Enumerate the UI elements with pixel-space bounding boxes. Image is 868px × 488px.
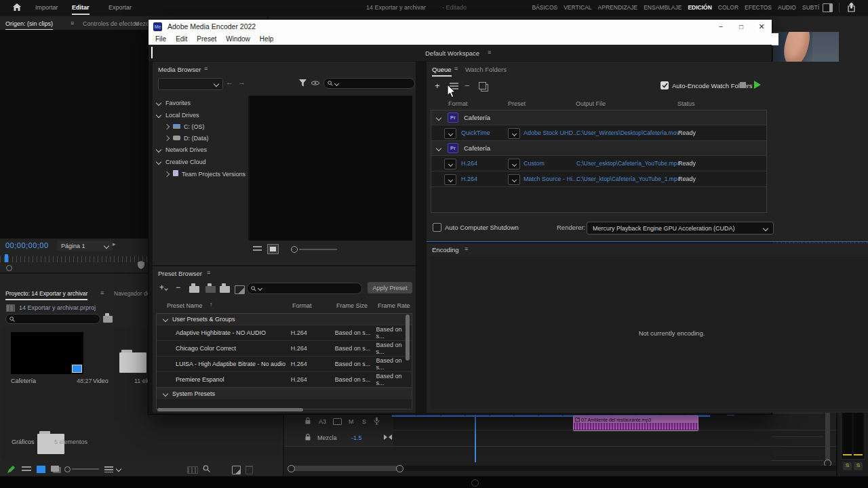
track-solo-button[interactable]: S (362, 418, 366, 425)
apply-preset-button[interactable]: Apply Preset (368, 282, 412, 293)
source-playhead[interactable] (5, 254, 8, 262)
job-output-row[interactable]: H.264 Match Source - Hi... C:\User_ktop\… (431, 171, 766, 187)
tree-item-d-drive[interactable]: D: (Data) (165, 135, 209, 142)
hscroll-handle-right[interactable] (396, 465, 403, 472)
eye-icon[interactable] (311, 80, 319, 86)
workspace-subtitulos[interactable]: SUBTÍ (802, 4, 819, 11)
keyframe-nav-icon[interactable] (384, 434, 392, 440)
media-browser-path-select[interactable] (158, 78, 223, 90)
job-output-row[interactable]: QuickTime Adobe Stock UHD... C:\User_Win… (431, 125, 766, 141)
project-thumbnail-cafeteria[interactable] (11, 332, 83, 374)
source-timecode[interactable]: 00;00;00;00 (5, 241, 49, 249)
queue-col-status[interactable]: Status (677, 100, 695, 107)
format-dropdown[interactable] (444, 159, 456, 169)
preset-browser-title[interactable]: Preset Browser (158, 270, 202, 277)
thumbnail-view-icon[interactable] (37, 466, 45, 473)
workspace-color[interactable]: COLOR (718, 4, 738, 11)
menu-preset[interactable]: Preset (197, 35, 216, 43)
project-search-input[interactable] (5, 314, 100, 324)
mb-zoom-slider-handle[interactable] (291, 246, 298, 253)
mb-zoom-slider-track[interactable] (299, 249, 337, 250)
preset-row[interactable]: Chicago Color Correct H.264 Based on s..… (157, 341, 412, 357)
preset-list-hscrollbar[interactable] (157, 408, 303, 411)
close-button[interactable]: ✕ (751, 22, 772, 31)
folder-video-icon[interactable] (119, 352, 146, 373)
item-video-label[interactable]: Video (93, 378, 108, 384)
new-item-icon[interactable] (232, 466, 241, 474)
mezcla-gain-value[interactable]: -1.5 (351, 434, 362, 441)
preset-row[interactable]: Premiere Espanol H.264 Based on s... Bas… (157, 372, 412, 388)
tab-controles-efectos[interactable]: Controles de efectos (83, 20, 139, 27)
tree-item-c-drive[interactable]: C: (OS) (165, 123, 205, 130)
tab-origen-menu-icon[interactable]: ≡ (71, 20, 74, 26)
queue-col-format[interactable]: Format (448, 100, 468, 107)
output-file-path[interactable]: C:\User_ktop\Cafetería_YouTube_1.mp4 (576, 176, 680, 182)
tab-proyecto[interactable]: Proyecto: 14 Exportar y archivar (5, 290, 87, 300)
menu-file[interactable]: File (155, 35, 166, 43)
menu-edit[interactable]: Edit (176, 35, 187, 43)
tab-queue[interactable]: Queue (432, 66, 452, 77)
maximize-button[interactable]: □ (731, 23, 751, 30)
preset-row[interactable]: Adaptive Highbitrate - NO AUDIO H.264 Ba… (157, 325, 412, 341)
preset-list-vscrollbar[interactable] (406, 314, 410, 361)
preset-group-row[interactable]: System Presets (157, 388, 412, 399)
playhead[interactable] (475, 409, 476, 462)
tab-proyecto-menu-icon[interactable]: ≡ (100, 289, 104, 296)
project-file-name[interactable]: 14 Exportar y archivar.prproj (19, 304, 96, 311)
workspace-basicos[interactable]: BÁSICOS (532, 4, 557, 11)
menu-help[interactable]: Help (260, 35, 274, 43)
workspace-audio[interactable]: AUDIO (778, 4, 796, 11)
start-queue-button[interactable] (754, 81, 761, 89)
workspace-panel-icon[interactable] (823, 3, 833, 12)
track-a3-lock-icon[interactable] (305, 418, 311, 424)
media-browser-menu-icon[interactable]: ≡ (204, 65, 208, 72)
track-source-patch-icon[interactable] (333, 418, 342, 425)
list-view-icon[interactable] (22, 466, 31, 472)
tree-item-creative-cloud[interactable]: Creative Cloud (157, 159, 206, 165)
share-icon[interactable] (847, 3, 856, 12)
menu-exportar[interactable]: Exportar (108, 4, 132, 11)
filter-icon[interactable] (299, 79, 307, 87)
back-arrow-icon[interactable]: ← (226, 78, 233, 86)
workspace-menu-icon[interactable]: ≡ (488, 49, 491, 56)
tree-item-team-projects[interactable]: Team Projects Versions (165, 170, 245, 178)
tab-queue-menu-icon[interactable]: ≡ (454, 65, 458, 72)
zoom-slider-track[interactable] (72, 468, 99, 470)
add-preset-button[interactable]: + (159, 283, 167, 292)
menu-importar[interactable]: Importar (35, 4, 58, 11)
new-bin-icon[interactable] (103, 316, 113, 323)
tab-watch-folders[interactable]: Watch Folders (465, 66, 507, 73)
audio-clip-mp3[interactable]: fx 07 Ambiente del restaurante.mp3 (573, 415, 698, 431)
renderer-select[interactable]: Mercury Playback Engine GPU Acceleration… (587, 222, 774, 235)
col-frame-rate[interactable]: Frame Rate (378, 302, 410, 309)
grouped-clips-icon[interactable] (51, 466, 59, 472)
encoding-menu-icon[interactable]: ≡ (465, 245, 468, 252)
encoding-title[interactable]: Encoding (432, 246, 459, 253)
source-zoom-handle-icon[interactable] (6, 265, 12, 271)
col-frame-size[interactable]: Frame Size (336, 302, 368, 309)
home-icon[interactable] (12, 3, 22, 12)
forward-arrow-icon[interactable]: → (238, 78, 245, 86)
remove-button[interactable]: − (465, 81, 470, 91)
job-output-row[interactable]: H.264 Custom C:\User_esktop\Cafetería_Yo… (431, 156, 766, 171)
workspace-efectos[interactable]: EFECTOS (745, 4, 772, 11)
source-step-icon[interactable]: ▸ (113, 241, 116, 247)
workspace-aprendizaje[interactable]: APRENDIZAJE (598, 4, 638, 11)
item-cafeteria-label[interactable]: Cafetería (11, 378, 36, 384)
tree-item-local-drives[interactable]: Local Drives (157, 112, 199, 119)
preset-dropdown[interactable] (508, 174, 520, 185)
auto-shutdown-checkbox[interactable] (433, 223, 441, 232)
format-dropdown[interactable] (444, 128, 456, 139)
import-preset-icon[interactable] (220, 286, 230, 293)
minimize-button[interactable]: − (711, 22, 731, 30)
preset-dropdown[interactable] (508, 159, 520, 169)
mb-list-view-icon[interactable] (253, 246, 262, 252)
queue-col-preset[interactable]: Preset (508, 100, 526, 107)
remove-preset-button[interactable]: − (176, 283, 180, 292)
col-preset-name[interactable]: Preset Name (167, 302, 203, 309)
zoom-slider-handle[interactable] (64, 466, 71, 472)
media-browser-title[interactable]: Media Browser (158, 66, 201, 73)
new-preset-group-icon[interactable] (189, 286, 199, 293)
format-dropdown[interactable] (444, 174, 456, 185)
hscroll-handle-left[interactable] (288, 465, 295, 472)
